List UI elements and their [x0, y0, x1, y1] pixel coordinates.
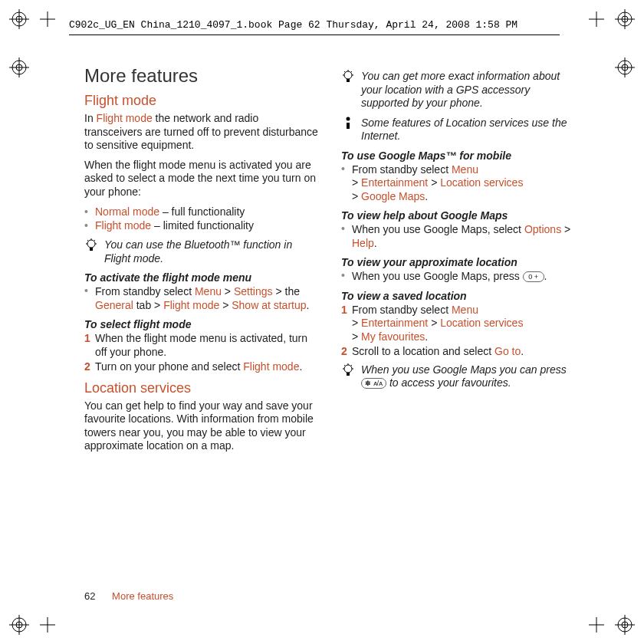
- crop-mark-bottom-left: [9, 615, 55, 635]
- svg-point-46: [347, 117, 350, 120]
- link-flight-mode: Flight mode: [97, 112, 153, 124]
- header-rule: [69, 34, 560, 35]
- registration-icon: [9, 58, 29, 77]
- tip-bluetooth: You can use the Bluetooth™ function in F…: [84, 238, 318, 265]
- bullet-icon: •: [341, 270, 345, 281]
- crop-icon: [40, 12, 55, 27]
- crop-mark-mid-left: [9, 58, 29, 77]
- svg-rect-54: [347, 373, 350, 376]
- svg-rect-38: [90, 248, 93, 251]
- step-heading: To view your approximate location: [341, 256, 575, 268]
- section-label: More features: [112, 590, 173, 602]
- step-line: • When you use Google Maps, select Optio…: [341, 223, 575, 250]
- tip-internet: Some features of Location services use t…: [341, 117, 575, 143]
- crop-mark-top-right: [589, 9, 635, 29]
- list-item: Normal mode – full functionality: [84, 205, 318, 219]
- bullet-icon: •: [84, 285, 88, 296]
- step-line: 1 From standby select Menu > Entertainme…: [341, 304, 575, 344]
- lightbulb-icon: [341, 363, 355, 390]
- registration-icon: [615, 9, 635, 29]
- page-footer: 62 More features: [84, 590, 173, 602]
- page-number: 62: [84, 590, 95, 602]
- step-number: 2: [84, 360, 90, 374]
- step-heading: To activate the flight mode menu: [84, 271, 318, 284]
- key-zero: 0 +: [523, 271, 544, 282]
- step-line: 2 Scroll to a location and select Go to.: [341, 345, 575, 359]
- svg-line-36: [87, 240, 89, 242]
- registration-icon: [9, 9, 29, 29]
- heading-flight-mode: Flight mode: [84, 93, 318, 109]
- column-left: More features Flight mode In Flight mode…: [84, 65, 318, 459]
- bullet-icon: •: [341, 223, 345, 234]
- crop-mark-mid-right: [615, 58, 635, 77]
- step-heading: To select flight mode: [84, 318, 318, 330]
- crop-mark-top-left: [9, 9, 55, 29]
- mode-list: Normal mode – full functionality Flight …: [84, 205, 318, 232]
- crop-icon: [589, 12, 604, 27]
- step-line: • From standby select Menu > Settings > …: [84, 285, 318, 312]
- flight-explain: When the flight mode menu is activated y…: [84, 159, 318, 199]
- step-line: • When you use Google Maps, press 0 +.: [341, 270, 575, 284]
- step-number: 1: [84, 332, 90, 346]
- registration-icon: [615, 58, 635, 77]
- page-body: More features Flight mode In Flight mode…: [84, 65, 579, 602]
- tip-favourites: When you use Google Maps you can press ✽…: [341, 363, 575, 390]
- list-item: Flight mode – limited functionality: [84, 219, 318, 232]
- crop-icon: [589, 617, 604, 632]
- tip-gps: You can get more exact information about…: [341, 70, 575, 110]
- lightbulb-icon: [341, 70, 355, 110]
- svg-rect-47: [347, 123, 350, 129]
- step-line: • From standby select Menu > Entertainme…: [341, 163, 575, 204]
- page-title: More features: [84, 65, 318, 87]
- column-right: You can get more exact information about…: [341, 65, 575, 459]
- step-line: 1 When the flight mode menu is activated…: [84, 332, 318, 359]
- registration-icon: [615, 615, 635, 635]
- svg-line-53: [351, 365, 353, 366]
- registration-icon: [9, 615, 29, 635]
- svg-line-43: [344, 71, 346, 73]
- step-heading: To view help about Google Maps: [341, 209, 575, 222]
- crop-mark-bottom-right: [589, 615, 635, 635]
- step-heading: To view a saved location: [341, 290, 575, 302]
- heading-location-services: Location services: [84, 380, 318, 396]
- step-line: 2 Turn on your phone and select Flight m…: [84, 360, 318, 374]
- svg-line-44: [351, 71, 353, 73]
- crop-icon: [40, 617, 55, 632]
- step-heading: To use Google Maps™ for mobile: [341, 150, 575, 162]
- svg-line-37: [94, 240, 96, 242]
- step-number: 1: [341, 304, 347, 317]
- key-star: ✽ ᴀ/ᴀ: [361, 378, 386, 389]
- svg-line-52: [344, 365, 346, 366]
- location-intro: You can get help to find your way and sa…: [84, 399, 318, 453]
- svg-rect-45: [347, 79, 350, 82]
- step-number: 2: [341, 345, 347, 359]
- info-icon: [341, 117, 355, 143]
- flight-intro: In Flight mode the network and radio tra…: [84, 112, 318, 153]
- bullet-icon: •: [341, 163, 345, 174]
- lightbulb-icon: [84, 238, 98, 265]
- print-header: C902c_UG_EN China_1210_4097_1.book Page …: [69, 19, 518, 31]
